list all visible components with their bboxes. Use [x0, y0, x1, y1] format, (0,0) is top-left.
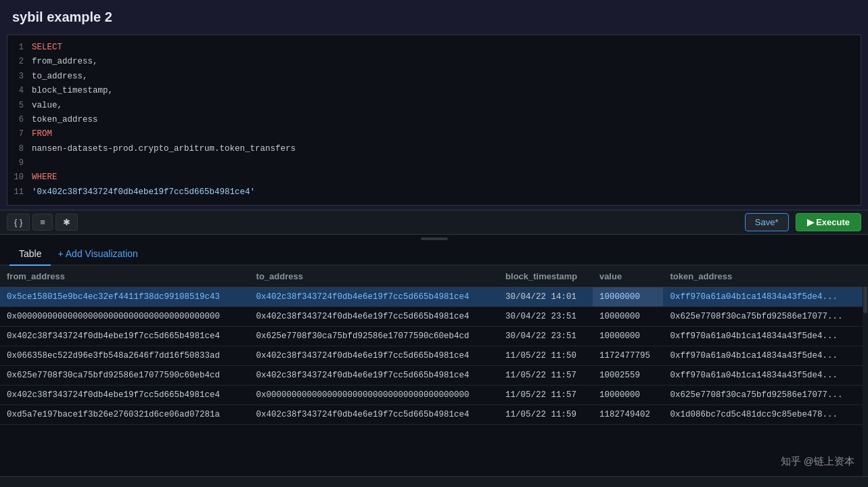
- cell-from_address: 0x066358ec522d96e3fb548a2646f7dd16f50833…: [0, 346, 250, 366]
- cell-to_address: 0x402c38f343724f0db4e6e19f7cc5d665b4981c…: [250, 366, 499, 386]
- results-tabs: Table + Add Visualization: [0, 243, 868, 266]
- cell-to_address: 0x625e7708f30ca75bfd92586e17077590c60eb4…: [250, 327, 499, 346]
- tab-table[interactable]: Table: [9, 243, 51, 266]
- table-row: 0x066358ec522d96e3fb548a2646f7dd16f50833…: [0, 346, 868, 366]
- table-row: 0x402c38f343724f0db4ebe19f7cc5d665b4981c…: [0, 386, 868, 405]
- asterisk-button[interactable]: ✱: [55, 214, 78, 231]
- cell-value: 10000000: [593, 287, 664, 307]
- execute-button[interactable]: Execute: [796, 213, 862, 231]
- cell-from_address: 0xd5a7e197bace1f3b26e2760321d6ce06ad0728…: [0, 405, 250, 425]
- table-row: 0x625e7708f30ca75bfd92586e17077590c60eb4…: [0, 366, 868, 386]
- col-header-value[interactable]: value: [593, 266, 664, 287]
- cell-value: 1182749402: [593, 405, 664, 425]
- cell-token_address: 0x625e7708f30ca75bfd92586e17077...: [663, 386, 868, 405]
- vertical-scrollbar[interactable]: [863, 266, 868, 476]
- col-header-from_address[interactable]: from_address: [0, 266, 250, 287]
- cell-to_address: 0x402c38f343724f0db4e6e19f7cc5d665b4981c…: [250, 346, 499, 366]
- horizontal-scrollbar[interactable]: [0, 476, 868, 487]
- cell-token_address: 0xff970a61a04b1ca14834a43f5de4...: [663, 327, 868, 346]
- cell-from_address: 0x402c38f343724f0db4ebe19f7cc5d665b4981c…: [0, 327, 250, 346]
- cell-to_address: 0x402c38f343724f0db4e6e19f7cc5d665b4981c…: [250, 287, 499, 307]
- cell-block_timestamp: 11/05/22 11:57: [499, 386, 593, 405]
- cell-from_address: 0x625e7708f30ca75bfd92586e17077590c60eb4…: [0, 366, 250, 386]
- cell-token_address: 0xff970a61a04b1ca14834a43f5de4...: [663, 346, 868, 366]
- col-header-to_address[interactable]: to_address: [250, 266, 499, 287]
- add-visualization-button[interactable]: + Add Visualization: [51, 243, 144, 264]
- cell-token_address: 0xff970a61a04b1ca14834a43f5de4...: [663, 287, 868, 307]
- json-format-button[interactable]: { }: [7, 214, 30, 231]
- cell-value: 10000000: [593, 327, 664, 346]
- cell-from_address: 0x402c38f343724f0db4ebe19f7cc5d665b4981c…: [0, 386, 250, 405]
- cell-token_address: 0xff970a61a04b1ca14834a43f5de4...: [663, 366, 868, 386]
- table-row: 0x00000000000000000000000000000000000000…: [0, 307, 868, 327]
- cell-to_address: 0x00000000000000000000000000000000000000…: [250, 386, 499, 405]
- cell-to_address: 0x402c38f343724f0db4e6e19f7cc5d665b4981c…: [250, 405, 499, 425]
- results-table: from_addressto_addressblock_timestampval…: [0, 266, 868, 425]
- table-row: 0x402c38f343724f0db4ebe19f7cc5d665b4981c…: [0, 327, 868, 346]
- cell-to_address: 0x402c38f343724f0db4e6e19f7cc5d665b4981c…: [250, 307, 499, 327]
- cell-token_address: 0x1d086bc7cd5c481dcc9c85ebe478...: [663, 405, 868, 425]
- cell-block_timestamp: 30/04/22 14:01: [499, 287, 593, 307]
- list-view-button[interactable]: ≡: [32, 214, 53, 231]
- cell-block_timestamp: 11/05/22 11:57: [499, 366, 593, 386]
- col-header-token_address[interactable]: token_address: [663, 266, 868, 287]
- results-table-wrapper[interactable]: from_addressto_addressblock_timestampval…: [0, 266, 868, 476]
- cell-value: 10002559: [593, 366, 664, 386]
- cell-value: 10000000: [593, 307, 664, 327]
- cell-block_timestamp: 11/05/22 11:50: [499, 346, 593, 366]
- table-row: 0xd5a7e197bace1f3b26e2760321d6ce06ad0728…: [0, 405, 868, 425]
- cell-value: 1172477795: [593, 346, 664, 366]
- editor-toolbar: { } ≡ ✱ Save* Execute: [0, 210, 868, 235]
- cell-block_timestamp: 30/04/22 23:51: [499, 327, 593, 346]
- table-row: 0x5ce158015e9bc4ec32ef4411f38dc99108519c…: [0, 287, 868, 307]
- cell-block_timestamp: 11/05/22 11:59: [499, 405, 593, 425]
- page-title: sybil example 2: [12, 9, 856, 25]
- cell-value: 10000000: [593, 386, 664, 405]
- drag-handle[interactable]: [0, 235, 868, 243]
- code-editor: 1SELECT2 from_address,3 to_address,4 blo…: [7, 34, 861, 206]
- col-header-block_timestamp[interactable]: block_timestamp: [499, 266, 593, 287]
- cell-block_timestamp: 30/04/22 23:51: [499, 307, 593, 327]
- cell-from_address: 0x00000000000000000000000000000000000000…: [0, 307, 250, 327]
- cell-token_address: 0x625e7708f30ca75bfd92586e17077...: [663, 307, 868, 327]
- save-button[interactable]: Save*: [745, 213, 789, 231]
- results-panel: Table + Add Visualization from_addressto…: [0, 243, 868, 487]
- cell-from_address: 0x5ce158015e9bc4ec32ef4411f38dc99108519c…: [0, 287, 250, 307]
